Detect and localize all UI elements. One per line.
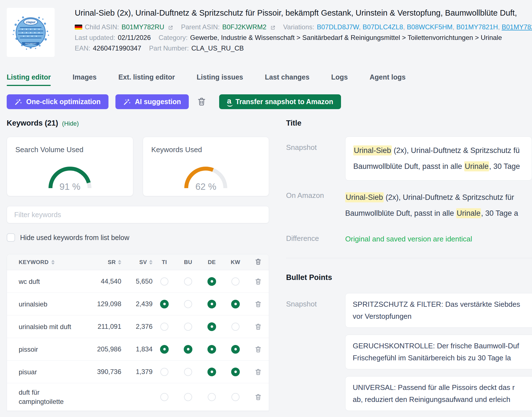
transfer-snapshot-button[interactable]: a Transfer snapshot to Amazon (219, 94, 341, 109)
sort-sr-header[interactable]: SR (88, 259, 121, 265)
sort-keyword-header[interactable]: KEYWORD (19, 259, 88, 265)
tab-listing-issues[interactable]: Listing issues (197, 73, 243, 86)
sort-icon (118, 260, 121, 265)
kw-toggle-off[interactable] (231, 393, 240, 401)
ti-toggle-off[interactable] (160, 393, 168, 401)
gauge-arc: 91 % (46, 164, 94, 190)
de-toggle-off[interactable] (208, 393, 216, 401)
tab-agent-logs[interactable]: Agent logs (370, 73, 406, 86)
delete-all-keywords-header[interactable] (247, 258, 269, 267)
kw-toggle-off[interactable] (231, 323, 240, 331)
tab-listing-editor[interactable]: Listing editor (7, 73, 51, 86)
table-row: urinalsieb mit duft211,0912,376 (7, 315, 269, 338)
delete-keyword-button[interactable] (247, 393, 269, 401)
de-toggle-on[interactable] (207, 277, 216, 286)
tab-logs[interactable]: Logs (331, 73, 348, 86)
delete-keyword-button[interactable] (247, 323, 269, 330)
delete-keyword-button[interactable] (247, 368, 269, 375)
sr-cell: 390,736 (88, 368, 121, 376)
keyword-cell: pissoir (19, 340, 88, 358)
tab-ext-listing-editor[interactable]: Ext. listing editor (119, 73, 175, 86)
de-toggle-on[interactable] (207, 368, 216, 376)
sort-icon (51, 260, 55, 265)
highlighted-keyword: Urinal-Sieb (345, 192, 384, 202)
gauge-arc: 62 % (182, 164, 229, 190)
sv-cell: 1,379 (121, 368, 153, 376)
variation-link[interactable]: B01MY7821H (456, 23, 498, 31)
bu-header: BU (176, 259, 200, 265)
keywords-heading: Keywords (21) (7, 119, 58, 128)
table-row: duft für campingtoilette (7, 383, 269, 411)
keyword-cell: duft für campingtoilette (19, 383, 88, 411)
variation-link[interactable]: B07DLC4ZL8 (362, 23, 403, 31)
gauge-card-search-volume-used: Search Volume Used91 % (7, 137, 133, 196)
keywords-table-header: KEYWORD SR SV TI BU DE KW (7, 254, 269, 270)
bullet-snapshot-box[interactable]: UNIVERSAL: Passend für alle Pissoirs dec… (345, 376, 532, 411)
delete-keyword-button[interactable] (247, 278, 269, 285)
sort-sv-header[interactable]: SV (121, 259, 153, 265)
keyword-cell: pisuar (19, 363, 88, 381)
variation-link[interactable]: B07DLD8J7W (317, 23, 359, 31)
variation-link[interactable]: B08WCKF5HM (407, 23, 453, 31)
text-line: UNIVERSAL: Passend für alle Pissoirs dec… (353, 382, 532, 394)
external-link-icon[interactable] (168, 25, 173, 30)
hide-used-checkbox[interactable] (7, 233, 15, 242)
bu-toggle-off[interactable] (184, 277, 192, 286)
keyword-cell: wc duft (19, 272, 88, 291)
text-line: Urinal-Sieb (2x), Urinal-Duftnetz & Spri… (353, 143, 524, 159)
highlighted-keyword: Urinale (456, 208, 481, 218)
bu-toggle-off[interactable] (184, 300, 192, 308)
bu-toggle-on[interactable] (184, 345, 192, 354)
tab-last-changes[interactable]: Last changes (265, 73, 309, 86)
bullet-snapshot-box[interactable]: SPRITZSCHUTZ & FILTER: Das verstärkte Si… (345, 293, 532, 328)
kw-toggle-on[interactable] (231, 368, 240, 376)
filter-keywords-input[interactable] (7, 206, 269, 223)
ai-suggestion-button[interactable]: AI suggestion (115, 94, 189, 109)
de-toggle-on[interactable] (207, 322, 216, 331)
bullets-snapshot-row: Snapshot SPRITZSCHUTZ & FILTER: Das vers… (286, 293, 532, 417)
de-toggle-on[interactable] (207, 345, 216, 354)
bu-toggle-off[interactable] (184, 368, 192, 376)
text-line: Baumwollblüte Duft, passt in alle Urinal… (353, 159, 524, 174)
variations-label: Variations: (283, 23, 315, 31)
variation-link[interactable]: B01MY782RU (502, 23, 532, 31)
delete-keyword-button[interactable] (247, 346, 269, 353)
delete-keyword-button[interactable] (247, 300, 269, 308)
bullet-list: SPRITZSCHUTZ & FILTER: Das verstärkte Si… (345, 293, 532, 417)
product-title: Urinal-Sieb (2x), Urinal-Duftnetz & Spri… (75, 8, 532, 18)
parent-asin-link[interactable]: B0FJ2KWRM2 (222, 23, 267, 31)
keyword-cell: urinalsieb (19, 295, 88, 313)
keyword-header-label: KEYWORD (19, 259, 49, 265)
ti-toggle-off[interactable] (160, 368, 168, 376)
bu-toggle-off[interactable] (184, 393, 192, 401)
bu-toggle-off[interactable] (184, 323, 192, 331)
delete-button[interactable] (196, 95, 207, 108)
child-asin-link[interactable]: B01MY782RU (122, 23, 164, 31)
ti-toggle-off[interactable] (160, 277, 168, 286)
comma: , (453, 23, 456, 31)
kw-toggle-off[interactable] (231, 277, 240, 286)
ti-toggle-off[interactable] (160, 323, 168, 331)
hide-keywords-link[interactable]: (Hide) (62, 120, 79, 127)
transfer-snapshot-label: Transfer snapshot to Amazon (236, 98, 333, 106)
tab-images[interactable]: Images (72, 73, 96, 86)
bullet-snapshot-box[interactable]: GERUCHSKONTROLLE: Der frische Baumwoll-D… (345, 335, 532, 369)
sr-cell: 211,091 (88, 323, 121, 330)
content: Keywords (21) (Hide) Search Volume Used9… (7, 119, 532, 417)
highlighted-keyword: Urinal-Sieb (353, 145, 392, 155)
sr-cell: 44,540 (88, 277, 121, 285)
ai-suggestion-label: AI suggestion (135, 98, 181, 106)
de-toggle-on[interactable] (207, 300, 216, 308)
title-difference-row: Difference Original and saved version ar… (286, 234, 532, 243)
text-segment: , 30 Tage (489, 162, 520, 171)
kw-toggle-on[interactable] (231, 345, 240, 354)
one-click-optimization-button[interactable]: One-click optimization (7, 94, 108, 109)
text-line: vor Verstopfungen (353, 310, 532, 322)
svg-text:clapur: clapur (26, 20, 35, 24)
table-row: wc duft44,5405,650 (7, 270, 269, 293)
kw-toggle-on[interactable] (231, 300, 240, 308)
ti-toggle-on[interactable] (160, 300, 169, 308)
external-link-icon[interactable] (270, 25, 275, 30)
ti-toggle-on[interactable] (160, 345, 169, 354)
title-snapshot-box[interactable]: Urinal-Sieb (2x), Urinal-Duftnetz & Spri… (345, 136, 532, 181)
